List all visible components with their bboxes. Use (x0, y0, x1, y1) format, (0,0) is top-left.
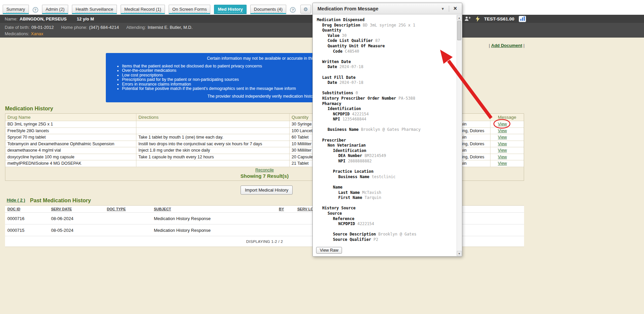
reconcile-link[interactable]: Reconcile (255, 168, 274, 172)
view-message-link[interactable]: View (498, 142, 507, 146)
modal-line: Quantity Unit Of Measure (317, 44, 455, 49)
phone-value: (347) 684-4214 (89, 25, 119, 30)
tab-on-screen-forms[interactable]: On Screen Forms (169, 5, 211, 14)
tab-admin-2[interactable]: Admin (2) (42, 5, 68, 14)
tab-medical-record-1[interactable]: Medical Record (1) (121, 5, 165, 14)
tab-label: Documents (4) (254, 7, 283, 12)
modal-line-value: 4222154 (355, 221, 374, 226)
help-icon[interactable]: ? (33, 7, 38, 13)
modal-line-value: 2024-07-18 (337, 80, 363, 85)
modal-line: Reference (317, 216, 455, 222)
modal-line-label: NPI (338, 159, 345, 163)
column-header: Drug Name (5, 114, 136, 121)
chevron-down-icon: ▼ (441, 7, 445, 11)
modal-line-label: Code List Qualifier (328, 38, 373, 43)
modal-blank-line (317, 201, 455, 206)
modal-line: Quantity (317, 28, 455, 33)
cell-prescriber: ling, Dolores (459, 141, 490, 148)
modal-line-value: 2888888882 (345, 159, 372, 163)
modal-line-label: Prescriber (322, 138, 346, 143)
modal-line-label: First Name (338, 195, 362, 200)
modal-title-bar[interactable]: Medication From Message ▼ × (313, 3, 462, 14)
medication-message-modal: Medication From Message ▼ × Medication D… (312, 3, 462, 257)
view-raw-button[interactable]: View Raw (316, 247, 342, 254)
modal-line-label: Pharmacy (322, 101, 341, 106)
app-window: Summary?Admin (2)Health SurveillanceMedi… (0, 0, 644, 314)
tab-med-history[interactable]: Med History (214, 5, 246, 14)
modal-line: Non Veterinarian (317, 143, 455, 148)
modal-line-label: Last Name (338, 190, 360, 195)
modal-line-label: Date (328, 80, 337, 85)
sort-link[interactable]: SERV DATE (51, 207, 72, 211)
gear-icon: ⚙ (303, 6, 308, 12)
cell-directions: Inject 1.8 mg under the skin once daily (136, 147, 290, 154)
tab-health-surveillance[interactable]: Health Surveillance (72, 5, 117, 14)
sort-link[interactable]: DOC ID (7, 207, 20, 211)
cell-doc-id: 0000715 (5, 228, 49, 233)
modal-line: Pharmacy (317, 101, 455, 107)
cell-drug-name: doxycycline hyclate 100 mg capsule (5, 154, 136, 161)
add-document-link[interactable]: Add Document (491, 43, 522, 48)
modal-line-label: Identification (328, 106, 361, 111)
sort-link[interactable]: DOC TYPE (107, 207, 126, 211)
help-icon[interactable]: ? (290, 7, 296, 13)
modal-line: Name (317, 185, 455, 190)
add-user-icon[interactable] (464, 16, 471, 21)
view-message-link[interactable]: View (498, 155, 507, 159)
modal-line-label: Source (328, 211, 342, 216)
scroll-down-icon[interactable]: ▼ (457, 251, 462, 256)
sort-link[interactable]: SERV LO (297, 207, 313, 211)
tab-label: Med History (218, 7, 243, 12)
modal-line-label: Non Veterinarian (328, 143, 366, 148)
modal-line-value: Brooklyn @ Gates (376, 232, 417, 237)
modal-line-value: 30 (340, 33, 347, 38)
sort-link[interactable]: SUBJECT (154, 207, 171, 211)
scrollbar-thumb[interactable] (457, 21, 461, 40)
import-medical-history-button[interactable]: Import Medical History (241, 186, 293, 195)
modal-line-label: Written Date (322, 59, 351, 64)
cell-prescriber: uin (459, 147, 490, 154)
tab-summary[interactable]: Summary (3, 5, 29, 14)
view-message-link[interactable]: View (498, 135, 507, 140)
name-label: Name: (5, 16, 17, 21)
column-header (459, 114, 490, 121)
view-message-link[interactable]: View (498, 161, 507, 166)
tab-documents-4[interactable]: Documents (4) (250, 5, 286, 14)
modal-line: Last Fill Date (317, 75, 455, 81)
modal-close-button[interactable]: × (450, 4, 460, 13)
modal-line-value: C48540 (342, 49, 359, 54)
modal-dropdown-button[interactable]: ▼ (438, 4, 447, 13)
past-history-header: Hide ( 2 ) Past Medication History (7, 198, 91, 204)
cell-directions (136, 128, 290, 135)
modal-line-label: Date (328, 64, 337, 69)
hide-link[interactable]: Hide ( 2 ) (7, 198, 25, 203)
chart-icon[interactable] (519, 16, 526, 22)
modal-line-value: Tarquin (362, 195, 381, 200)
modal-scrollbar[interactable]: ▲ ▼ (457, 15, 462, 256)
sort-link[interactable]: BY (279, 207, 284, 211)
modal-line-label: Substitutions (322, 91, 353, 95)
cell-drug-name: Sprycel 70 mg tablet (5, 134, 136, 141)
tab-list: Summary?Admin (2)Health SurveillanceMedi… (3, 5, 296, 14)
med-history-heading: Medication History (5, 106, 53, 112)
tab-label: Medical Record (1) (124, 7, 161, 12)
cell-message: View (490, 141, 524, 148)
modal-line: Source (317, 211, 455, 216)
modal-line-label: NCPDPID (333, 112, 350, 116)
modal-title: Medication From Message (317, 6, 378, 11)
scroll-up-icon[interactable]: ▲ (457, 15, 462, 20)
lightning-icon[interactable] (476, 16, 480, 22)
modal-blank-line (317, 179, 455, 185)
modal-line: NCPDPID 4222154 (317, 221, 455, 227)
modal-line-label: Identification (333, 148, 366, 153)
cell-message: View (490, 154, 524, 161)
view-message-link[interactable]: View (498, 128, 507, 133)
medications-value[interactable]: Xanax (31, 31, 43, 36)
view-message-link[interactable]: View (498, 148, 507, 153)
view-message-link[interactable]: View (498, 122, 507, 126)
settings-gear-button[interactable]: ⚙ (300, 5, 311, 14)
tab-label: Admin (2) (46, 7, 65, 12)
modal-line: Source Description Brooklyn @ Gates (317, 232, 455, 237)
modal-body: Medication DispensedDrug Description BD … (313, 15, 457, 256)
cell-directions (136, 160, 290, 167)
